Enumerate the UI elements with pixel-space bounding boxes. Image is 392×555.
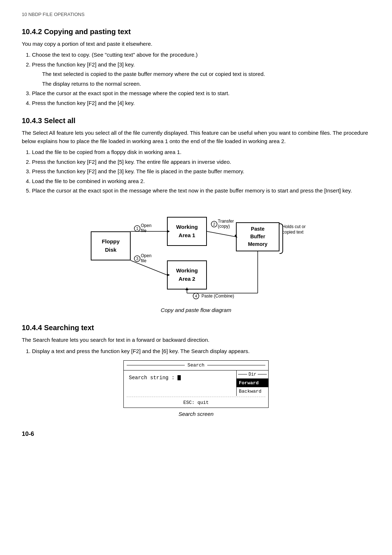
section-10-4-2-title: 10.4.2 Copying and pasting text bbox=[22, 26, 370, 37]
list-item: Press the function key [F2] and the [3] … bbox=[32, 61, 370, 69]
paste-buffer-memory-box: Paste Buffer Memory bbox=[236, 222, 279, 251]
flow-diagram: 1 Open file 3 Open file 2 Transfer (copy… bbox=[83, 202, 309, 304]
dir-line-right bbox=[258, 374, 267, 374]
working-area-1-box: Working Area 1 bbox=[167, 217, 207, 246]
svg-text:(copy): (copy) bbox=[218, 224, 230, 229]
section-10-4-3-steps: Load the file to be copied from a floppy… bbox=[32, 148, 370, 195]
dir-line-left bbox=[238, 374, 247, 374]
search-screen-caption: Search screen bbox=[22, 410, 370, 418]
working-area-2-box: Working Area 2 bbox=[167, 260, 207, 289]
list-item: Load the file to be copied from a floppy… bbox=[32, 148, 370, 157]
svg-text:file: file bbox=[141, 258, 147, 263]
page-header: 10 NBDP FILE OPERATIONS bbox=[22, 11, 370, 18]
floppy-disk-box: Floppy Disk bbox=[91, 231, 131, 260]
section-10-4-2-intro: You may copy a portion of text and paste… bbox=[22, 40, 370, 48]
svg-text:3: 3 bbox=[136, 256, 138, 261]
pbm-label1: Paste bbox=[251, 225, 264, 233]
step2-note2: The display returns to the normal screen… bbox=[42, 80, 370, 88]
section-10-4-2-steps: Choose the text to copy. (See "cutting t… bbox=[32, 51, 370, 107]
wa1-label2: Area 1 bbox=[179, 231, 195, 240]
pbm-label3: Memory bbox=[248, 240, 268, 248]
search-title-bar: Search bbox=[124, 361, 268, 370]
dir-label-row: Dir bbox=[237, 370, 268, 379]
svg-text:Open: Open bbox=[141, 253, 151, 258]
backward-option: Backward bbox=[237, 387, 268, 396]
list-item: Place the cursor at the exact spot in th… bbox=[32, 187, 370, 195]
holds-text-line1: Holds cut or bbox=[282, 224, 306, 229]
svg-line-12 bbox=[207, 231, 236, 237]
backward-label: Backward bbox=[237, 387, 268, 396]
floppy-label2: Disk bbox=[105, 246, 117, 254]
floppy-label1: Floppy bbox=[102, 238, 119, 246]
wa2-label2: Area 2 bbox=[179, 275, 195, 283]
search-left-panel: Search string : bbox=[124, 370, 236, 396]
diagram-caption: Copy and paste flow diagram bbox=[22, 306, 370, 315]
section-10-4-3-intro: The Select All feature lets you select a… bbox=[22, 129, 370, 145]
wa1-label1: Working bbox=[176, 223, 198, 231]
search-divider bbox=[127, 397, 265, 397]
holds-text-line2: copied text bbox=[282, 230, 303, 235]
section-10-4-4-intro: The Search feature lets you search for t… bbox=[22, 336, 370, 344]
search-screen: Search Search string : Dir Forward bbox=[123, 360, 269, 408]
list-item: Load the file to be combined in working … bbox=[32, 177, 370, 186]
svg-line-6 bbox=[131, 260, 167, 275]
search-screen-container: Search Search string : Dir Forward bbox=[22, 360, 370, 408]
flow-diagram-container: 1 Open file 3 Open file 2 Transfer (copy… bbox=[22, 202, 370, 304]
search-body: Search string : Dir Forward Backward bbox=[124, 370, 268, 396]
svg-text:1: 1 bbox=[136, 226, 138, 231]
search-dir-panel: Dir Forward Backward bbox=[236, 370, 268, 396]
section-10-4-4-steps: Display a text and press the function ke… bbox=[32, 347, 370, 356]
section-10-4-3-title: 10.4.3 Select all bbox=[22, 115, 370, 126]
svg-text:file: file bbox=[141, 228, 147, 233]
search-string-label: Search string : bbox=[129, 375, 175, 381]
forward-label: Forward bbox=[237, 379, 268, 388]
holds-text: Holds cut or copied text bbox=[282, 224, 311, 235]
list-item: Press the function key [F2] and the [3] … bbox=[32, 167, 370, 176]
list-item: Display a text and press the function ke… bbox=[32, 347, 370, 356]
svg-text:4: 4 bbox=[195, 294, 197, 298]
forward-option: Forward bbox=[237, 379, 268, 388]
title-line-right bbox=[207, 365, 265, 365]
wa2-label1: Working bbox=[176, 267, 198, 275]
dir-label-text: Dir bbox=[247, 371, 258, 378]
search-title-text: Search bbox=[185, 362, 208, 369]
section-10-4-4-title: 10.4.4 Searching text bbox=[22, 322, 370, 333]
list-item: Press the function key [F2] and the [5] … bbox=[32, 158, 370, 166]
svg-text:Transfer: Transfer bbox=[218, 219, 234, 224]
cursor-block bbox=[177, 375, 181, 380]
search-footer: ESC: quit bbox=[124, 398, 268, 408]
title-line-left bbox=[127, 365, 185, 365]
list-item: Place the cursor at the exact spot in th… bbox=[32, 89, 370, 98]
svg-text:Open: Open bbox=[141, 223, 151, 228]
list-item: Press the function key [F2] and the [4] … bbox=[32, 99, 370, 108]
pbm-label2: Buffer bbox=[250, 233, 265, 240]
svg-text:Paste (Combine): Paste (Combine) bbox=[201, 293, 234, 299]
svg-text:2: 2 bbox=[213, 222, 215, 226]
list-item: Choose the text to copy. (See "cutting t… bbox=[32, 51, 370, 59]
step2-note1: The text selected is copied to the paste… bbox=[42, 70, 370, 78]
page-number: 10-6 bbox=[22, 429, 370, 439]
